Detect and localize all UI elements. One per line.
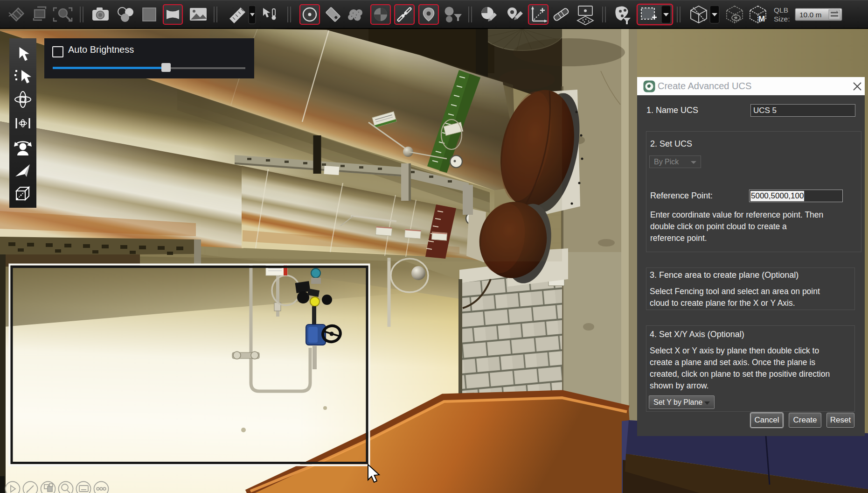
svg-text:Size:: Size:: [774, 15, 790, 23]
svg-text:QLB: QLB: [774, 6, 788, 14]
svg-text:10.0 m: 10.0 m: [799, 11, 821, 19]
svg-text:M: M: [758, 14, 765, 23]
